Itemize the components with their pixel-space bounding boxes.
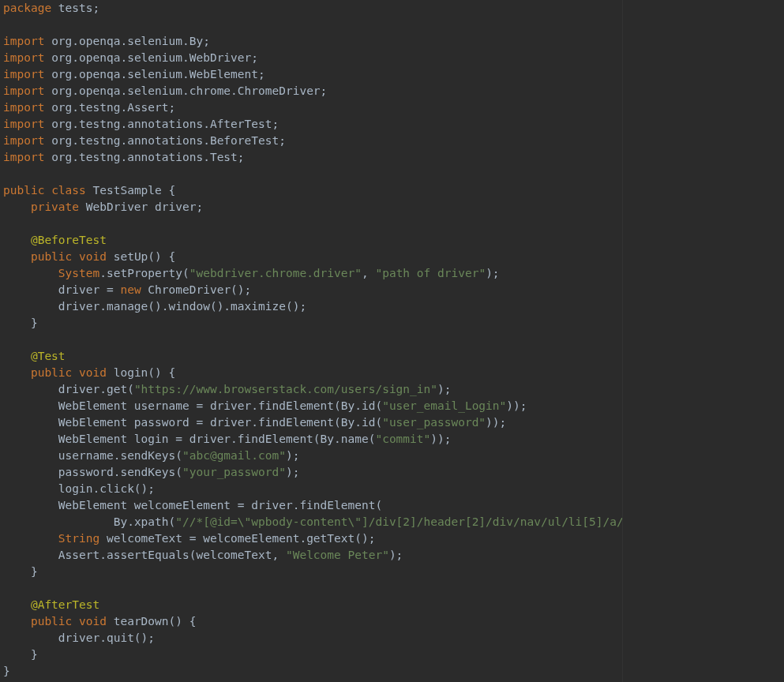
- code-line: username.sendKeys("abc@gmail.com");: [3, 449, 299, 462]
- code-line: import org.openqa.selenium.WebElement;: [3, 68, 265, 81]
- code-line: import org.testng.Assert;: [3, 101, 175, 114]
- code-line: String welcomeText = welcomeElement.getT…: [3, 532, 375, 545]
- code-line: public void login() {: [3, 366, 175, 379]
- code-line: login.click();: [3, 482, 155, 495]
- editor-right-gutter: [622, 0, 784, 682]
- code-line: WebElement login = driver.findElement(By…: [3, 433, 451, 445]
- code-line: Assert.assertEquals(welcomeText, "Welcom…: [3, 549, 403, 561]
- code-line: }: [3, 648, 38, 661]
- code-line: }: [3, 317, 38, 329]
- code-line: WebElement welcomeElement = driver.findE…: [3, 499, 382, 512]
- code-line: public void setUp() {: [3, 250, 175, 263]
- code-line: import org.testng.annotations.Test;: [3, 151, 245, 163]
- code-line: driver.manage().window().maximize();: [3, 300, 306, 313]
- code-line: public void tearDown() {: [3, 615, 196, 628]
- code-line: import org.testng.annotations.AfterTest;: [3, 118, 279, 130]
- code-line: import org.openqa.selenium.WebDriver;: [3, 51, 258, 64]
- code-line: private WebDriver driver;: [3, 200, 203, 213]
- code-editor[interactable]: package tests; import org.openqa.seleniu…: [0, 0, 622, 682]
- code-line: WebElement username = driver.findElement…: [3, 399, 527, 412]
- code-line: @AfterTest: [3, 598, 99, 611]
- code-line: import org.openqa.selenium.chrome.Chrome…: [3, 84, 327, 97]
- code-line: driver = new ChromeDriver();: [3, 283, 251, 296]
- code-line: }: [3, 665, 10, 677]
- code-line: import org.openqa.selenium.By;: [3, 35, 210, 47]
- code-line: By.xpath("//*[@id=\"wpbody-content\"]/di…: [3, 515, 622, 528]
- code-line: public class TestSample {: [3, 184, 175, 197]
- code-line: driver.get("https://www.browserstack.com…: [3, 383, 451, 395]
- code-line: package tests;: [3, 2, 99, 14]
- code-line: @Test: [3, 350, 66, 362]
- code-line: driver.quit();: [3, 631, 155, 644]
- code-line: System.setProperty("webdriver.chrome.dri…: [3, 267, 500, 279]
- code-line: }: [3, 565, 38, 578]
- code-line: import org.testng.annotations.BeforeTest…: [3, 134, 286, 147]
- code-line: @BeforeTest: [3, 234, 107, 246]
- code-line: password.sendKeys("your_password");: [3, 466, 299, 478]
- code-line: WebElement password = driver.findElement…: [3, 416, 506, 429]
